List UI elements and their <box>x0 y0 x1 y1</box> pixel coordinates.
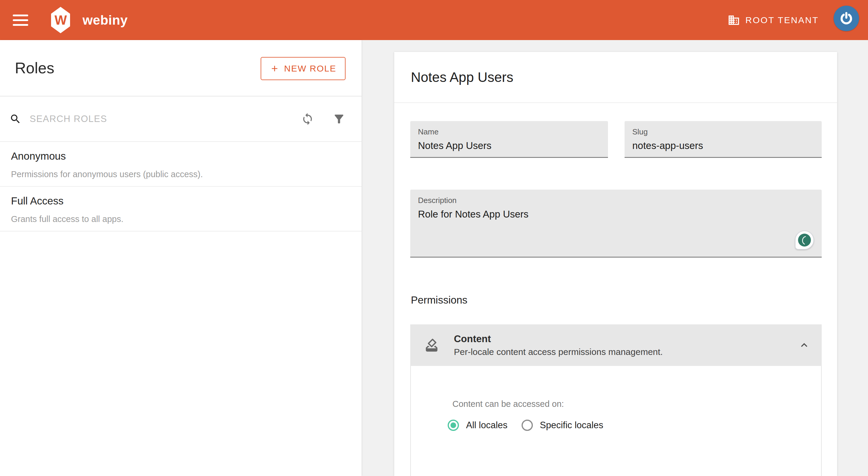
radio-all-locales[interactable] <box>448 420 459 431</box>
role-item-description: Permissions for anonymous users (public … <box>11 169 350 179</box>
role-detail-header: Notes App Users <box>394 52 837 103</box>
radio-specific-locales[interactable] <box>522 420 533 431</box>
ballot-content-icon <box>424 338 439 353</box>
role-item-title: Anonymous <box>11 150 350 162</box>
webiny-admin-app: W webiny ROOT TENANT Roles NEW ROLE <box>0 0 868 476</box>
slug-input-label: Slug <box>632 127 822 136</box>
new-role-button[interactable]: NEW ROLE <box>261 57 345 80</box>
webiny-logo[interactable]: W <box>51 7 70 33</box>
description-value: Role for Notes App Users <box>418 209 822 220</box>
search-icon <box>9 113 21 125</box>
chevron-up-icon[interactable] <box>798 339 810 351</box>
menu-icon[interactable] <box>13 14 28 26</box>
content-accordion-text: Content Per-locale content access permis… <box>454 333 663 357</box>
tenant-selector[interactable]: ROOT TENANT <box>727 0 819 40</box>
tenant-label: ROOT TENANT <box>745 15 819 25</box>
filter-icon <box>333 113 345 126</box>
role-item-description: Grants full access to all apps. <box>11 214 350 224</box>
description-textarea[interactable]: Description Role for Notes App Users <box>410 190 822 258</box>
search-roles-input[interactable] <box>29 114 301 125</box>
page-title: Roles <box>15 59 54 77</box>
roles-list-panel: Roles NEW ROLE <box>0 40 362 476</box>
description-label: Description <box>418 196 822 205</box>
content-section-title: Content <box>454 333 663 345</box>
role-list-item-full-access[interactable]: Full Access Grants full access to all ap… <box>0 187 362 231</box>
content-section-subtitle: Per-locale content access permissions ma… <box>454 347 663 357</box>
role-item-title: Full Access <box>11 195 350 207</box>
locale-access-radio-group: All locales Specific locales <box>448 420 603 431</box>
user-avatar[interactable] <box>834 6 859 31</box>
refresh-button[interactable] <box>301 113 314 126</box>
webiny-logo-letter: W <box>55 13 67 28</box>
refresh-icon <box>301 113 314 126</box>
new-role-button-label: NEW ROLE <box>284 64 336 73</box>
name-input-value: Notes App Users <box>418 140 608 151</box>
content-accordion-body: Content can be accessed on: All locales … <box>410 366 822 476</box>
webiny-hexagon-icon: W <box>51 7 70 33</box>
role-list-item-anonymous[interactable]: Anonymous Permissions for anonymous user… <box>0 142 362 187</box>
content-accordion-header[interactable]: Content Per-locale content access permis… <box>410 324 822 366</box>
radio-specific-locales-label[interactable]: Specific locales <box>540 420 603 431</box>
filter-button[interactable] <box>333 113 345 126</box>
top-app-bar: W webiny ROOT TENANT <box>0 0 868 40</box>
role-detail-title: Notes App Users <box>411 69 513 85</box>
permissions-heading: Permissions <box>411 294 468 306</box>
radio-all-locales-label[interactable]: All locales <box>466 420 507 431</box>
roles-panel-header: Roles NEW ROLE <box>0 40 362 96</box>
slug-input-value: notes-app-users <box>632 140 822 151</box>
content-access-label: Content can be accessed on: <box>453 399 564 409</box>
name-input-label: Name <box>418 127 608 136</box>
power-avatar-icon <box>839 11 854 26</box>
grammarly-extension-badge[interactable] <box>795 230 814 250</box>
slug-input[interactable]: Slug notes-app-users <box>625 121 822 158</box>
roles-search-bar <box>0 96 362 142</box>
plus-icon <box>270 64 279 73</box>
building-icon <box>727 14 740 26</box>
role-detail-card: Notes App Users Name Notes App Users Slu… <box>394 52 837 476</box>
grammarly-icon <box>797 232 812 248</box>
brand-name: webiny <box>83 0 128 40</box>
name-input[interactable]: Name Notes App Users <box>410 121 608 158</box>
